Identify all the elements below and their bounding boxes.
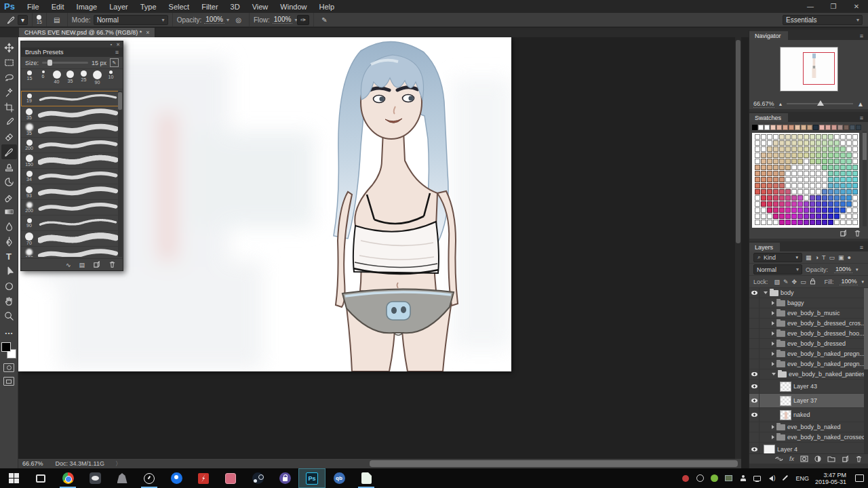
swatch-cell[interactable]: [791, 159, 797, 164]
layer-row-eve-body-b-music[interactable]: eve_body_b_music: [749, 308, 868, 319]
swatch-cell[interactable]: [779, 134, 785, 140]
swatch-cell[interactable]: [816, 220, 821, 225]
brush-tool[interactable]: [1, 144, 17, 159]
swatch-cell[interactable]: [834, 177, 840, 182]
healing-brush-tool[interactable]: [1, 129, 17, 144]
start-button[interactable]: [0, 468, 27, 488]
swatch-cell[interactable]: [761, 189, 766, 195]
swatch-cell[interactable]: [761, 214, 766, 219]
tray-clock-icon[interactable]: [696, 474, 704, 483]
swatch-cell[interactable]: [797, 165, 803, 170]
expand-arrow[interactable]: [772, 435, 774, 439]
swatch-cell[interactable]: [852, 189, 858, 195]
swatch-cell[interactable]: [761, 171, 766, 176]
visibility-toggle[interactable]: [749, 339, 760, 348]
swatch-cell[interactable]: [773, 134, 778, 140]
swatch-cell[interactable]: [804, 159, 809, 164]
status-options-arrow[interactable]: 〉: [111, 460, 125, 468]
red-app-tray-icon[interactable]: [682, 475, 689, 482]
gradient-tool[interactable]: [1, 204, 17, 219]
eyedropper-tool[interactable]: [1, 115, 17, 129]
swatch-custom-15[interactable]: [844, 125, 849, 130]
foreground-color-swatch[interactable]: [1, 342, 11, 352]
swatch-cell[interactable]: [834, 146, 840, 152]
swatch-cell[interactable]: [797, 195, 803, 201]
swatch-cell[interactable]: [846, 152, 852, 158]
swatch-cell[interactable]: [840, 214, 846, 219]
swatch-cell[interactable]: [822, 214, 827, 219]
lock-artboard-icon[interactable]: ▭: [800, 279, 806, 285]
swatch-cell[interactable]: [840, 189, 846, 195]
delete-layer-icon[interactable]: [855, 455, 863, 463]
swatch-cell[interactable]: [779, 220, 785, 225]
swatch-cell[interactable]: [755, 220, 760, 225]
swatch-cell[interactable]: [810, 183, 815, 188]
swatches-scrollbar[interactable]: [863, 131, 867, 226]
notepadpp-icon[interactable]: [353, 468, 380, 488]
swatch-cell[interactable]: [761, 159, 766, 164]
eraser-tool[interactable]: [1, 189, 17, 204]
panel-menu-icon[interactable]: ≡: [115, 49, 119, 56]
swatch-cell[interactable]: [846, 177, 852, 182]
layers-tab[interactable]: Layers: [749, 243, 780, 251]
swatch-cell[interactable]: [846, 195, 852, 201]
swatch-cell[interactable]: [761, 177, 766, 182]
swatch-cell[interactable]: [755, 189, 760, 195]
swatch-cell[interactable]: [810, 159, 815, 164]
swatch-cell[interactable]: [779, 195, 785, 201]
swatch-cell[interactable]: [840, 195, 846, 201]
swatch-cell[interactable]: [791, 183, 797, 188]
swatch-custom-8[interactable]: [801, 125, 806, 130]
swatch-cell[interactable]: [822, 171, 827, 176]
swatch-cell[interactable]: [846, 220, 852, 225]
swatch-cell[interactable]: [791, 134, 797, 140]
swatch-custom-4[interactable]: [776, 125, 782, 130]
navigator-menu-icon[interactable]: ≡: [860, 33, 868, 40]
visibility-toggle[interactable]: [749, 369, 760, 379]
swatch-cell[interactable]: [767, 171, 772, 176]
brush-pressure-icon[interactable]: ✎: [318, 15, 330, 25]
restore-button[interactable]: ❐: [822, 0, 845, 13]
swatch-cell[interactable]: [840, 177, 846, 182]
swatch-cell[interactable]: [828, 195, 833, 201]
swatch-cell[interactable]: [791, 214, 797, 219]
visibility-toggle[interactable]: [749, 319, 760, 328]
scrollbar-thumb[interactable]: [118, 92, 122, 110]
swatch-cell[interactable]: [779, 201, 785, 207]
toggle-brush-panel-button[interactable]: ▤: [47, 13, 68, 26]
swatch-cell[interactable]: [834, 152, 840, 158]
filter-toggle-icon[interactable]: ●: [847, 254, 850, 261]
swatch-cell[interactable]: [852, 207, 858, 213]
swatch-custom-11[interactable]: [819, 125, 825, 130]
pen-tray-icon[interactable]: [781, 474, 789, 483]
expand-arrow[interactable]: [772, 362, 774, 366]
swatch-cell[interactable]: [816, 152, 821, 158]
swatch-cell[interactable]: [785, 171, 791, 176]
swatch-cell[interactable]: [761, 140, 766, 146]
swatch-cell[interactable]: [767, 177, 772, 182]
swatch-cell[interactable]: [846, 159, 852, 164]
brush-preset-picker[interactable]: 15: [33, 13, 47, 26]
swatch-cell[interactable]: [840, 146, 846, 152]
swatch-cell[interactable]: [755, 171, 760, 176]
panel-collapse-icon[interactable]: ▪: [111, 42, 112, 47]
swatch-cell[interactable]: [840, 201, 846, 207]
layer-row-eve-body-b-naked-crossed[interactable]: eve_body_b_naked_crossed: [749, 432, 868, 443]
swatch-cell[interactable]: [822, 201, 827, 207]
swatch-cell[interactable]: [785, 220, 791, 225]
swatch-cell[interactable]: [828, 152, 833, 158]
pink-app-icon[interactable]: [217, 468, 244, 488]
swatch-cell[interactable]: [846, 146, 852, 152]
layer-row-layer-4[interactable]: Layer 4: [749, 443, 868, 453]
layers-scrollbar[interactable]: [864, 288, 868, 453]
swatch-cell[interactable]: [779, 165, 785, 170]
swatch-cell[interactable]: [834, 195, 840, 201]
swatch-cell[interactable]: [834, 207, 840, 213]
swatch-cell[interactable]: [779, 177, 785, 182]
menu-edit[interactable]: Edit: [45, 0, 71, 13]
brush-tip-90[interactable]: 90: [91, 70, 104, 85]
swatch-cell[interactable]: [834, 134, 840, 140]
swatch-cell[interactable]: [834, 159, 840, 164]
swatch-cell[interactable]: [816, 189, 821, 195]
swatch-cell[interactable]: [773, 183, 778, 188]
